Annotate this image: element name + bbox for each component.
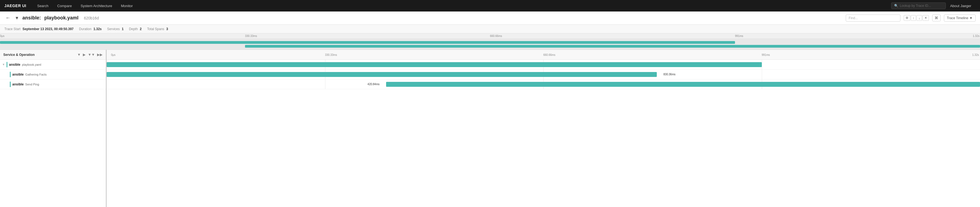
close-find[interactable]: ✕ <box>923 15 929 21</box>
grid-line <box>762 69 762 79</box>
ruler-label-2: 660.66ms <box>490 34 502 37</box>
nav-about[interactable]: About Jaeger <box>946 0 975 11</box>
overview-ruler: 0μs 330.33ms 660.66ms 991ms 1.32s <box>0 34 980 39</box>
search-icon: 🔍 <box>894 4 898 8</box>
nav-monitor[interactable]: Monitor <box>116 0 137 11</box>
top-navigation: JAEGER UI Search Compare System Architec… <box>0 0 980 11</box>
prev-match[interactable]: ↑ <box>911 15 916 21</box>
trace-total-spans: Total Spans 3 <box>147 27 168 31</box>
time-label-3: 991ms <box>762 53 770 56</box>
keyboard-shortcut-btn[interactable]: ⌘ <box>932 14 940 21</box>
trace-depth: Depth 2 <box>129 27 142 31</box>
collapse-all-icon[interactable]: ▼▼ <box>88 53 95 57</box>
trace-duration: Duration 1.32s <box>79 27 102 31</box>
span-bar <box>107 62 762 67</box>
brand-logo: JAEGER UI <box>5 3 26 8</box>
span-color-bar <box>10 82 11 87</box>
trace-header: ← ▼ ansible: playbook.yaml 620b16d ⚙ ↑ ↓… <box>0 11 980 25</box>
nav-arrows: ⚙ ↑ ↓ ✕ <box>904 15 929 21</box>
trace-service-name: ansible: <box>22 15 41 21</box>
span-row[interactable]: ▼ ansible playbook.yaml <box>0 60 106 69</box>
ruler-label-0: 0μs <box>0 34 5 37</box>
right-span-row[interactable]: 420.84ms <box>107 79 980 89</box>
timeline-overview[interactable]: 0μs 330.33ms 660.66ms 991ms 1.32s <box>0 34 980 50</box>
nav-system-architecture[interactable]: System Architecture <box>76 0 117 11</box>
overview-bar-1 <box>245 45 980 48</box>
right-span-row[interactable]: 830.36ms <box>107 69 980 79</box>
ruler-label-4: 1.32s <box>973 34 980 37</box>
trace-operation-name: playbook.yaml <box>44 15 78 21</box>
prev-match-up[interactable]: ⚙ <box>904 15 910 21</box>
trace-timeline-dropdown[interactable]: Trace Timeline ▼ <box>944 14 975 22</box>
span-duration-label: 830.36ms <box>663 73 675 76</box>
back-button[interactable]: ← <box>5 14 11 22</box>
span-duration-label: 420.84ms <box>368 83 380 86</box>
right-span-row[interactable] <box>107 60 980 69</box>
span-row[interactable]: ansible Send Ping <box>0 79 106 89</box>
overview-tracks <box>0 39 980 50</box>
nav-compare[interactable]: Compare <box>53 0 76 11</box>
grid-line <box>762 60 762 69</box>
time-label-4: 1.32s <box>972 53 979 56</box>
service-operation-title: Service & Operation <box>3 53 75 57</box>
expand-all-icon[interactable]: ▶▶ <box>97 53 103 57</box>
span-color-bar <box>10 72 11 77</box>
time-label-1: 330.33ms <box>325 53 337 56</box>
collapse-icon[interactable]: ▼ <box>15 16 19 21</box>
trace-id-lookup[interactable]: 🔍 <box>891 2 946 9</box>
trace-id: 620b16d <box>84 16 99 20</box>
span-service-label: ansible <box>12 72 24 76</box>
find-input[interactable] <box>846 14 900 22</box>
left-panel-header: Service & Operation ▼ ▶ ▼▼ ▶▶ <box>0 50 106 60</box>
right-header: 0μs 330.33ms 660.66ms 991ms 1.32s <box>107 50 980 60</box>
span-operation-label: Gathering Facts <box>25 73 46 76</box>
span-toggle-icon[interactable]: ▼ <box>2 63 5 66</box>
ruler-label-3: 991ms <box>735 34 743 37</box>
timeline-main: Service & Operation ▼ ▶ ▼▼ ▶▶ ▼ ansible … <box>0 50 980 207</box>
nav-search[interactable]: Search <box>33 0 53 11</box>
trace-timeline-label: Trace Timeline <box>947 16 968 20</box>
keyboard-icon: ⌘ <box>935 16 938 20</box>
span-service-label: ansible <box>9 63 20 67</box>
trace-services: Services 1 <box>107 27 124 31</box>
span-service-label: ansible <box>12 82 24 86</box>
trace-start: Trace Start September 13 2023, 00:49:50.… <box>5 27 73 31</box>
span-bar: 830.36ms <box>107 72 657 77</box>
left-panel: Service & Operation ▼ ▶ ▼▼ ▶▶ ▼ ansible … <box>0 50 107 207</box>
sort-desc-icon[interactable]: ▶ <box>83 53 86 57</box>
sort-asc-icon[interactable]: ▼ <box>77 53 81 57</box>
span-row[interactable]: ansible Gathering Facts <box>0 69 106 79</box>
right-panel: 0μs 330.33ms 660.66ms 991ms 1.32s 830.36… <box>107 50 980 207</box>
overview-bar-0 <box>0 41 735 44</box>
trace-metadata: Trace Start September 13 2023, 00:49:50.… <box>0 25 980 34</box>
span-color-bar <box>6 62 7 67</box>
next-match[interactable]: ↓ <box>916 15 922 21</box>
span-operation-label: playbook.yaml <box>22 63 41 66</box>
dropdown-icon: ▼ <box>969 16 973 20</box>
trace-id-input[interactable] <box>900 4 943 8</box>
span-operation-label: Send Ping <box>25 83 39 86</box>
span-bar: 420.84ms <box>386 82 980 87</box>
time-label-2: 660.66ms <box>543 53 555 56</box>
time-label-0: 0μs <box>111 53 115 56</box>
ruler-label-1: 330.33ms <box>245 34 257 37</box>
